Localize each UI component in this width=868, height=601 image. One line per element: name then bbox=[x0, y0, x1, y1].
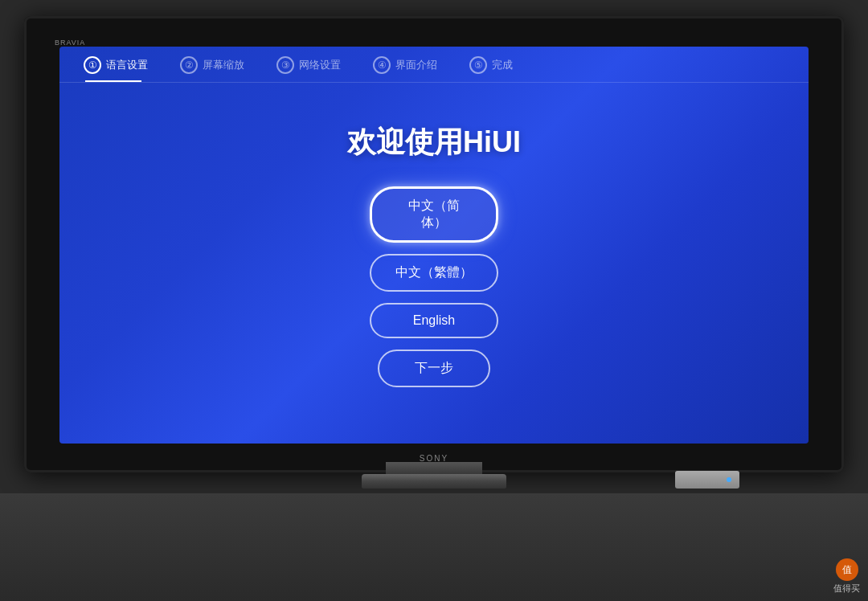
room-background: BRAVIA ① 语言设置 ② 屏幕缩放 ③ 网络设置 ④ 界 bbox=[0, 0, 868, 601]
nav-bar: ① 语言设置 ② 屏幕缩放 ③ 网络设置 ④ 界面介绍 ⑤ 完成 bbox=[59, 47, 809, 80]
next-button[interactable]: 下一步 bbox=[378, 350, 490, 387]
tv-screen: ① 语言设置 ② 屏幕缩放 ③ 网络设置 ④ 界面介绍 ⑤ 完成 bbox=[59, 47, 809, 444]
step-4-label: 界面介绍 bbox=[395, 58, 437, 72]
welcome-title: 欢迎使用HiUI bbox=[347, 123, 521, 162]
tv-brand-label: BRAVIA bbox=[55, 39, 85, 47]
lang-btn-zh-cn[interactable]: 中文（简体） bbox=[370, 186, 498, 243]
nav-step-5[interactable]: ⑤ 完成 bbox=[469, 56, 513, 74]
step-3-label: 网络设置 bbox=[299, 58, 341, 72]
step-5-label: 完成 bbox=[492, 58, 513, 72]
screen-content: 欢迎使用HiUI 中文（简体） 中文（繁體） English 下一步 bbox=[59, 83, 809, 444]
tv-logo: SONY bbox=[420, 454, 448, 463]
watermark-text: 值得买 bbox=[833, 583, 860, 595]
nav-step-1[interactable]: ① 语言设置 bbox=[84, 56, 148, 74]
step-1-label: 语言设置 bbox=[106, 58, 148, 72]
tv-stand-base bbox=[362, 474, 506, 489]
nav-step-3[interactable]: ③ 网络设置 bbox=[276, 56, 341, 74]
step-2-label: 屏幕缩放 bbox=[203, 58, 244, 72]
tv-body: BRAVIA ① 语言设置 ② 屏幕缩放 ③ 网络设置 ④ 界 bbox=[24, 16, 844, 472]
device-indicator-light bbox=[727, 477, 731, 482]
floor-area bbox=[0, 493, 868, 601]
lang-btn-zh-tw[interactable]: 中文（繁體） bbox=[370, 254, 498, 292]
watermark-icon: 值 bbox=[836, 558, 858, 581]
language-options: 中文（简体） 中文（繁體） English 下一步 bbox=[76, 186, 792, 387]
step-2-circle: ② bbox=[180, 56, 198, 74]
lang-btn-en[interactable]: English bbox=[370, 303, 498, 338]
step-1-circle: ① bbox=[84, 56, 101, 74]
step-5-circle: ⑤ bbox=[469, 56, 487, 74]
nav-step-2[interactable]: ② 屏幕缩放 bbox=[180, 56, 244, 74]
nav-step-4[interactable]: ④ 界面介绍 bbox=[373, 56, 437, 74]
step-4-circle: ④ bbox=[373, 56, 391, 74]
watermark: 值 值得买 bbox=[833, 558, 860, 595]
step-3-circle: ③ bbox=[276, 56, 294, 74]
